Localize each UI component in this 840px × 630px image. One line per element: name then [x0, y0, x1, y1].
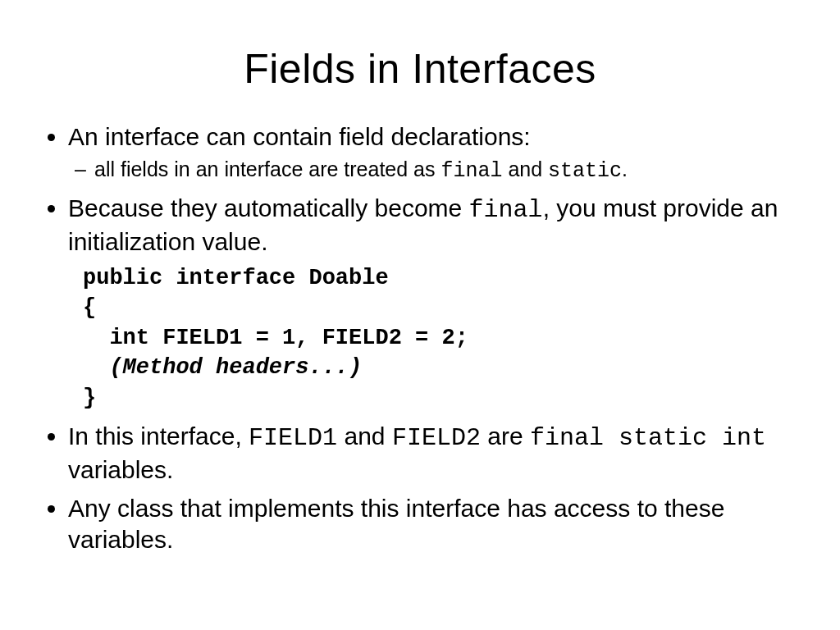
bullet-3: In this interface, FIELD1 and FIELD2 are… [68, 421, 795, 485]
b1s-mid: and [502, 158, 548, 180]
code-line-5: } [83, 386, 96, 410]
bullet-2: Because they automatically become final,… [68, 193, 795, 413]
b2-pre: Because they automatically become [68, 194, 469, 221]
b4-text: Any class that implements this interface… [68, 495, 724, 553]
b2-code-final: final [469, 196, 543, 224]
b3-post: variables. [68, 456, 173, 483]
code-block: public interface Doable { int FIELD1 = 1… [83, 263, 795, 413]
b3-code-field1: FIELD1 [249, 424, 337, 452]
bullet-1-text: An interface can contain field declarati… [68, 123, 531, 150]
bullet-1-sub: all fields in an interface are treated a… [94, 156, 795, 185]
code-line-4: (Method headers...) [83, 355, 362, 380]
code-line-1: public interface Doable [83, 266, 389, 290]
b3-mid1: and [337, 422, 392, 450]
b3-code-field2: FIELD2 [392, 424, 481, 452]
bullet-1: An interface can contain field declarati… [68, 121, 795, 185]
b1s-end: . [622, 158, 628, 180]
bullet-list: An interface can contain field declarati… [45, 121, 795, 555]
b1s-pre: all fields in an interface are treated a… [94, 158, 441, 180]
code-line-2: { [83, 295, 96, 320]
b3-mid2: are [481, 422, 530, 450]
b1s-code-static: static [548, 159, 622, 183]
code-line-3: int FIELD1 = 1, FIELD2 = 2; [83, 326, 468, 350]
b3-code-type: final static int [530, 424, 766, 452]
bullet-4: Any class that implements this interface… [68, 493, 795, 555]
bullet-1-sublist: all fields in an interface are treated a… [68, 156, 795, 185]
slide-title: Fields in Interfaces [0, 45, 840, 93]
b3-pre: In this interface, [68, 422, 249, 450]
b1s-code-final: final [441, 159, 502, 183]
slide: Fields in Interfaces An interface can co… [0, 45, 840, 630]
